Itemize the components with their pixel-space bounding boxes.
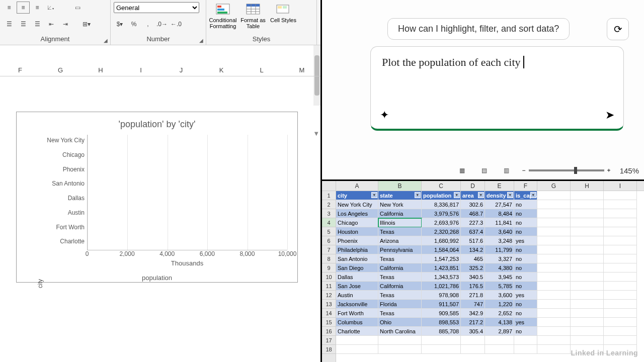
table-cell[interactable]: 342.9 bbox=[461, 309, 485, 318]
table-cell[interactable]: Arizona bbox=[378, 236, 422, 245]
table-cell[interactable]: 2,897 bbox=[485, 327, 514, 336]
table-cell[interactable]: 1,423,851 bbox=[422, 263, 461, 273]
sheet-row-header[interactable]: 7 bbox=[322, 245, 336, 254]
zoom-in-icon[interactable]: + bbox=[607, 167, 611, 174]
table-cell[interactable]: 2,652 bbox=[485, 309, 514, 318]
table-cell[interactable]: Houston bbox=[336, 227, 378, 236]
page-break-view-icon[interactable]: ▥ bbox=[500, 164, 513, 177]
increase-decimal-icon[interactable]: .0→ bbox=[156, 19, 168, 30]
table-cell[interactable]: no bbox=[514, 273, 537, 282]
copilot-prompt-text[interactable]: Plot the population of each city bbox=[382, 56, 612, 69]
table-cell[interactable]: 340.5 bbox=[461, 273, 485, 282]
table-cell[interactable]: 217.2 bbox=[461, 318, 485, 327]
table-cell[interactable]: Texas bbox=[378, 291, 422, 300]
table-header-cell[interactable]: area▾ bbox=[461, 191, 485, 200]
table-cell[interactable]: California bbox=[378, 209, 422, 218]
table-cell[interactable]: 302.6 bbox=[461, 200, 485, 209]
sheet-row-header[interactable]: 3 bbox=[322, 209, 336, 218]
align-left-icon[interactable]: ☰ bbox=[3, 19, 15, 30]
table-cell[interactable]: 8,484 bbox=[485, 209, 514, 218]
sheet-column-header[interactable]: E bbox=[485, 181, 514, 191]
table-cell[interactable]: 4,138 bbox=[485, 318, 514, 327]
table-cell[interactable]: yes bbox=[514, 318, 537, 327]
number-format-select[interactable]: General bbox=[114, 2, 199, 13]
copilot-suggestion-pill[interactable]: How can I highlight, filter, and sort da… bbox=[387, 18, 570, 40]
table-cell[interactable]: no bbox=[514, 282, 537, 291]
sheet-row-header[interactable]: 9 bbox=[322, 263, 336, 273]
sheet-row-header[interactable]: 18 bbox=[322, 345, 336, 354]
table-cell[interactable]: 1,220 bbox=[485, 300, 514, 309]
sheet-row-header[interactable]: 10 bbox=[322, 273, 336, 282]
table-cell[interactable]: 3,327 bbox=[485, 254, 514, 263]
currency-icon[interactable]: $▾ bbox=[114, 19, 126, 30]
table-cell[interactable]: Texas bbox=[378, 254, 422, 263]
comma-icon[interactable]: , bbox=[142, 19, 154, 30]
decrease-indent-icon[interactable]: ⇤ bbox=[45, 19, 57, 30]
sheet-column-header[interactable]: F bbox=[514, 181, 537, 191]
cell-styles-button[interactable]: Cell Styles bbox=[270, 2, 297, 23]
reload-button[interactable]: ⟳ bbox=[607, 18, 629, 40]
table-header-cell[interactable]: density▾ bbox=[485, 191, 514, 200]
column-header[interactable]: F bbox=[0, 66, 40, 76]
table-cell[interactable]: 2,320,268 bbox=[422, 227, 461, 236]
filter-dropdown-icon[interactable]: ▾ bbox=[478, 192, 484, 198]
sheet-column-header[interactable]: G bbox=[537, 181, 571, 191]
scroll-down-arrow-icon[interactable]: ▼ bbox=[313, 130, 319, 137]
table-cell[interactable]: no bbox=[514, 300, 537, 309]
table-cell[interactable]: 517.6 bbox=[461, 236, 485, 245]
sheet-row-header[interactable]: 2 bbox=[322, 200, 336, 209]
send-button[interactable]: ➤ bbox=[605, 109, 614, 122]
table-cell[interactable]: no bbox=[514, 254, 537, 263]
table-cell[interactable]: California bbox=[378, 263, 422, 273]
table-cell[interactable]: 271.8 bbox=[461, 291, 485, 300]
table-cell[interactable]: 3,979,576 bbox=[422, 209, 461, 218]
table-cell[interactable]: no bbox=[514, 209, 537, 218]
filter-dropdown-icon[interactable]: ▾ bbox=[454, 192, 460, 198]
sheet-column-header[interactable]: D bbox=[461, 181, 485, 191]
table-cell[interactable]: no bbox=[514, 218, 537, 227]
table-cell[interactable]: 909,585 bbox=[422, 309, 461, 318]
table-cell[interactable]: 637.4 bbox=[461, 227, 485, 236]
column-header[interactable]: K bbox=[201, 66, 242, 76]
merge-center-icon[interactable]: ⊞▾ bbox=[80, 19, 93, 30]
page-layout-view-icon[interactable]: ▤ bbox=[478, 164, 491, 177]
table-cell[interactable]: 468.7 bbox=[461, 209, 485, 218]
table-cell[interactable]: Los Angeles bbox=[336, 209, 378, 218]
table-cell[interactable]: yes bbox=[514, 291, 537, 300]
table-header-cell[interactable]: population▾ bbox=[422, 191, 461, 200]
table-cell[interactable]: San Antonio bbox=[336, 254, 378, 263]
table-header-cell[interactable]: state▾ bbox=[378, 191, 422, 200]
column-header[interactable]: M bbox=[282, 66, 322, 76]
table-cell[interactable]: San Jose bbox=[336, 282, 378, 291]
table-cell[interactable]: no bbox=[514, 200, 537, 209]
table-cell[interactable]: 1,680,992 bbox=[422, 236, 461, 245]
sheet-column-header[interactable]: H bbox=[571, 181, 604, 191]
table-cell[interactable]: North Carolina bbox=[378, 327, 422, 336]
sheet-row-header[interactable]: 5 bbox=[322, 227, 336, 236]
sheet-row-header[interactable]: 15 bbox=[322, 318, 336, 327]
table-cell[interactable]: Pennsylvania bbox=[378, 245, 422, 254]
table-cell[interactable]: 5,785 bbox=[485, 282, 514, 291]
sheet-column-header[interactable]: A bbox=[336, 181, 378, 191]
sparkle-icon[interactable]: ✦ bbox=[380, 109, 389, 122]
table-cell[interactable]: 1,021,786 bbox=[422, 282, 461, 291]
conditional-formatting-button[interactable]: Conditional Formatting bbox=[209, 2, 236, 29]
table-cell[interactable]: 3,945 bbox=[485, 273, 514, 282]
column-header[interactable]: L bbox=[242, 66, 282, 76]
table-cell[interactable]: Texas bbox=[378, 273, 422, 282]
zoom-slider[interactable]: − + bbox=[522, 167, 611, 174]
increase-indent-icon[interactable]: ⇥ bbox=[59, 19, 71, 30]
table-cell[interactable]: Ohio bbox=[378, 318, 422, 327]
sheet-row-header[interactable]: 13 bbox=[322, 300, 336, 309]
sheet-row-header[interactable]: 11 bbox=[322, 282, 336, 291]
table-cell[interactable]: New York City bbox=[336, 200, 378, 209]
copilot-prompt-box[interactable]: Plot the population of each city ✦ ➤ bbox=[370, 46, 624, 131]
table-cell[interactable]: 176.5 bbox=[461, 282, 485, 291]
align-middle-icon[interactable]: ≡ bbox=[17, 2, 29, 13]
table-cell[interactable]: yes bbox=[514, 236, 537, 245]
sheet-column-header[interactable]: I bbox=[604, 181, 637, 191]
sheet-row-header[interactable]: 8 bbox=[322, 254, 336, 263]
table-cell[interactable]: 3,600 bbox=[485, 291, 514, 300]
table-cell[interactable]: New York bbox=[378, 200, 422, 209]
wrap-text-icon[interactable]: ▭ bbox=[71, 2, 84, 13]
